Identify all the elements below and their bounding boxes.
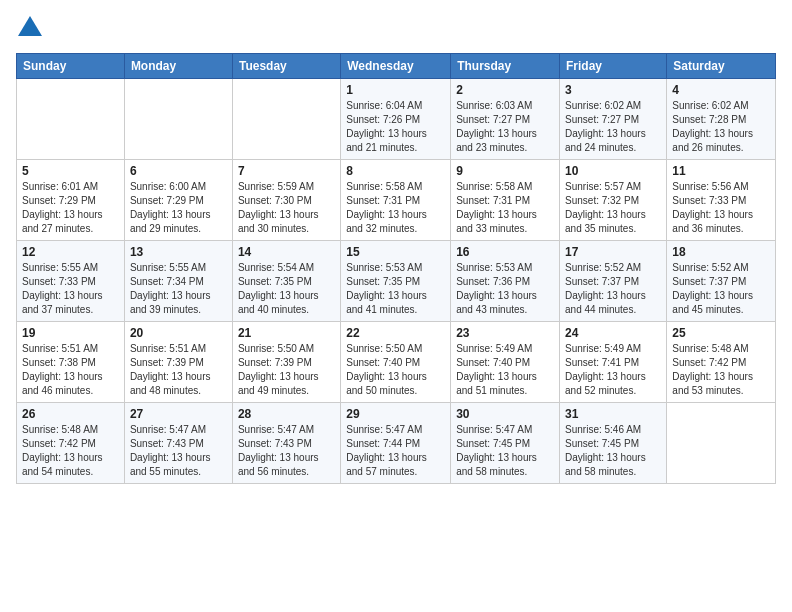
day-number: 30 [456, 407, 554, 421]
day-number: 7 [238, 164, 335, 178]
day-number: 20 [130, 326, 227, 340]
day-info: Sunrise: 6:04 AMSunset: 7:26 PMDaylight:… [346, 99, 445, 155]
day-number: 8 [346, 164, 445, 178]
day-number: 12 [22, 245, 119, 259]
day-info: Sunrise: 6:02 AMSunset: 7:27 PMDaylight:… [565, 99, 661, 155]
day-number: 21 [238, 326, 335, 340]
calendar-cell: 22Sunrise: 5:50 AMSunset: 7:40 PMDayligh… [341, 322, 451, 403]
day-info: Sunrise: 5:59 AMSunset: 7:30 PMDaylight:… [238, 180, 335, 236]
calendar-cell: 30Sunrise: 5:47 AMSunset: 7:45 PMDayligh… [451, 403, 560, 484]
day-number: 1 [346, 83, 445, 97]
calendar-cell: 26Sunrise: 5:48 AMSunset: 7:42 PMDayligh… [17, 403, 125, 484]
calendar-cell: 9Sunrise: 5:58 AMSunset: 7:31 PMDaylight… [451, 160, 560, 241]
day-info: Sunrise: 5:54 AMSunset: 7:35 PMDaylight:… [238, 261, 335, 317]
day-info: Sunrise: 6:02 AMSunset: 7:28 PMDaylight:… [672, 99, 770, 155]
header-cell-sunday: Sunday [17, 54, 125, 79]
svg-marker-0 [18, 16, 42, 36]
day-info: Sunrise: 5:57 AMSunset: 7:32 PMDaylight:… [565, 180, 661, 236]
day-info: Sunrise: 5:49 AMSunset: 7:40 PMDaylight:… [456, 342, 554, 398]
calendar-cell: 28Sunrise: 5:47 AMSunset: 7:43 PMDayligh… [232, 403, 340, 484]
header-cell-friday: Friday [560, 54, 667, 79]
calendar-cell: 31Sunrise: 5:46 AMSunset: 7:45 PMDayligh… [560, 403, 667, 484]
calendar-cell: 27Sunrise: 5:47 AMSunset: 7:43 PMDayligh… [124, 403, 232, 484]
day-info: Sunrise: 5:52 AMSunset: 7:37 PMDaylight:… [565, 261, 661, 317]
day-number: 24 [565, 326, 661, 340]
calendar-week-2: 12Sunrise: 5:55 AMSunset: 7:33 PMDayligh… [17, 241, 776, 322]
day-number: 25 [672, 326, 770, 340]
page-header [16, 16, 776, 41]
logo-text [16, 16, 42, 41]
calendar-cell: 1Sunrise: 6:04 AMSunset: 7:26 PMDaylight… [341, 79, 451, 160]
day-number: 6 [130, 164, 227, 178]
day-info: Sunrise: 5:58 AMSunset: 7:31 PMDaylight:… [456, 180, 554, 236]
day-info: Sunrise: 5:46 AMSunset: 7:45 PMDaylight:… [565, 423, 661, 479]
calendar-week-0: 1Sunrise: 6:04 AMSunset: 7:26 PMDaylight… [17, 79, 776, 160]
day-info: Sunrise: 5:53 AMSunset: 7:36 PMDaylight:… [456, 261, 554, 317]
day-number: 29 [346, 407, 445, 421]
calendar-cell: 20Sunrise: 5:51 AMSunset: 7:39 PMDayligh… [124, 322, 232, 403]
day-number: 16 [456, 245, 554, 259]
day-number: 31 [565, 407, 661, 421]
day-number: 17 [565, 245, 661, 259]
calendar-table: SundayMondayTuesdayWednesdayThursdayFrid… [16, 53, 776, 484]
day-info: Sunrise: 5:48 AMSunset: 7:42 PMDaylight:… [672, 342, 770, 398]
day-number: 13 [130, 245, 227, 259]
calendar-cell: 16Sunrise: 5:53 AMSunset: 7:36 PMDayligh… [451, 241, 560, 322]
day-info: Sunrise: 5:47 AMSunset: 7:43 PMDaylight:… [238, 423, 335, 479]
day-info: Sunrise: 5:48 AMSunset: 7:42 PMDaylight:… [22, 423, 119, 479]
day-info: Sunrise: 5:51 AMSunset: 7:39 PMDaylight:… [130, 342, 227, 398]
calendar-cell: 13Sunrise: 5:55 AMSunset: 7:34 PMDayligh… [124, 241, 232, 322]
day-number: 4 [672, 83, 770, 97]
calendar-cell: 3Sunrise: 6:02 AMSunset: 7:27 PMDaylight… [560, 79, 667, 160]
calendar-cell: 12Sunrise: 5:55 AMSunset: 7:33 PMDayligh… [17, 241, 125, 322]
calendar-cell [232, 79, 340, 160]
calendar-cell: 19Sunrise: 5:51 AMSunset: 7:38 PMDayligh… [17, 322, 125, 403]
day-info: Sunrise: 5:58 AMSunset: 7:31 PMDaylight:… [346, 180, 445, 236]
calendar-cell: 11Sunrise: 5:56 AMSunset: 7:33 PMDayligh… [667, 160, 776, 241]
day-number: 19 [22, 326, 119, 340]
day-number: 18 [672, 245, 770, 259]
calendar-cell: 2Sunrise: 6:03 AMSunset: 7:27 PMDaylight… [451, 79, 560, 160]
day-number: 28 [238, 407, 335, 421]
day-number: 5 [22, 164, 119, 178]
day-number: 26 [22, 407, 119, 421]
calendar-cell: 23Sunrise: 5:49 AMSunset: 7:40 PMDayligh… [451, 322, 560, 403]
day-number: 14 [238, 245, 335, 259]
day-info: Sunrise: 5:49 AMSunset: 7:41 PMDaylight:… [565, 342, 661, 398]
day-info: Sunrise: 5:47 AMSunset: 7:44 PMDaylight:… [346, 423, 445, 479]
calendar-cell: 25Sunrise: 5:48 AMSunset: 7:42 PMDayligh… [667, 322, 776, 403]
calendar-cell: 10Sunrise: 5:57 AMSunset: 7:32 PMDayligh… [560, 160, 667, 241]
day-number: 23 [456, 326, 554, 340]
calendar-cell: 18Sunrise: 5:52 AMSunset: 7:37 PMDayligh… [667, 241, 776, 322]
header-cell-wednesday: Wednesday [341, 54, 451, 79]
day-number: 3 [565, 83, 661, 97]
calendar-header: SundayMondayTuesdayWednesdayThursdayFrid… [17, 54, 776, 79]
day-info: Sunrise: 5:51 AMSunset: 7:38 PMDaylight:… [22, 342, 119, 398]
day-number: 9 [456, 164, 554, 178]
day-info: Sunrise: 5:47 AMSunset: 7:43 PMDaylight:… [130, 423, 227, 479]
calendar-cell: 24Sunrise: 5:49 AMSunset: 7:41 PMDayligh… [560, 322, 667, 403]
day-info: Sunrise: 5:50 AMSunset: 7:40 PMDaylight:… [346, 342, 445, 398]
calendar-cell: 17Sunrise: 5:52 AMSunset: 7:37 PMDayligh… [560, 241, 667, 322]
day-info: Sunrise: 5:53 AMSunset: 7:35 PMDaylight:… [346, 261, 445, 317]
calendar-cell: 5Sunrise: 6:01 AMSunset: 7:29 PMDaylight… [17, 160, 125, 241]
day-info: Sunrise: 5:55 AMSunset: 7:33 PMDaylight:… [22, 261, 119, 317]
calendar-cell: 6Sunrise: 6:00 AMSunset: 7:29 PMDaylight… [124, 160, 232, 241]
header-cell-tuesday: Tuesday [232, 54, 340, 79]
calendar-cell: 8Sunrise: 5:58 AMSunset: 7:31 PMDaylight… [341, 160, 451, 241]
day-info: Sunrise: 5:52 AMSunset: 7:37 PMDaylight:… [672, 261, 770, 317]
calendar-body: 1Sunrise: 6:04 AMSunset: 7:26 PMDaylight… [17, 79, 776, 484]
calendar-cell: 29Sunrise: 5:47 AMSunset: 7:44 PMDayligh… [341, 403, 451, 484]
day-info: Sunrise: 6:00 AMSunset: 7:29 PMDaylight:… [130, 180, 227, 236]
day-info: Sunrise: 6:01 AMSunset: 7:29 PMDaylight:… [22, 180, 119, 236]
day-info: Sunrise: 5:55 AMSunset: 7:34 PMDaylight:… [130, 261, 227, 317]
day-number: 27 [130, 407, 227, 421]
calendar-cell [17, 79, 125, 160]
calendar-cell: 21Sunrise: 5:50 AMSunset: 7:39 PMDayligh… [232, 322, 340, 403]
calendar-cell: 14Sunrise: 5:54 AMSunset: 7:35 PMDayligh… [232, 241, 340, 322]
header-row: SundayMondayTuesdayWednesdayThursdayFrid… [17, 54, 776, 79]
day-number: 2 [456, 83, 554, 97]
day-info: Sunrise: 5:56 AMSunset: 7:33 PMDaylight:… [672, 180, 770, 236]
day-number: 15 [346, 245, 445, 259]
day-number: 22 [346, 326, 445, 340]
